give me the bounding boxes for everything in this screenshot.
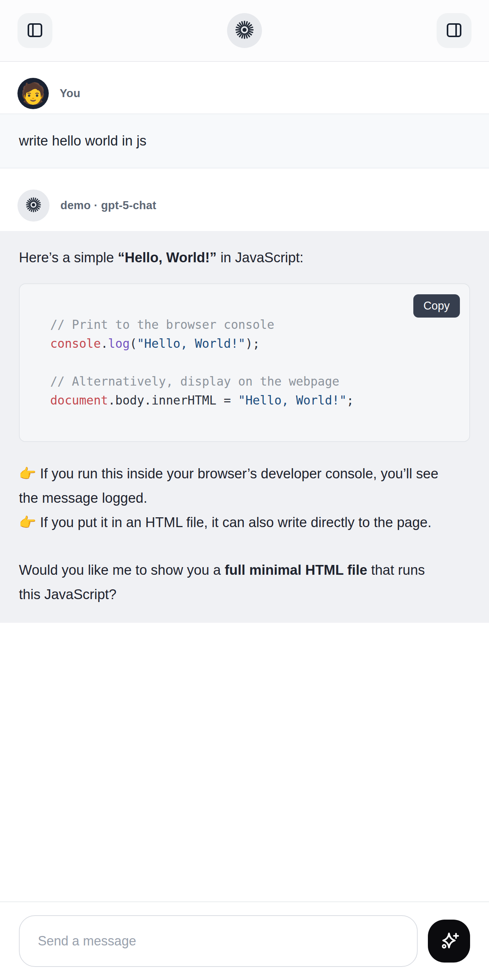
code-content: // Print to the browser consoleconsole.l… xyxy=(50,315,455,410)
assistant-intro-paragraph: Here’s a simple “Hello, World!” in JavaS… xyxy=(19,248,444,267)
code-comment-1: // Print to the browser console xyxy=(50,318,274,332)
assistant-avatar xyxy=(18,189,49,221)
sidebar-toggle-button[interactable] xyxy=(18,13,53,48)
tip-run-console: 👉 If you run this inside your browser’s … xyxy=(19,461,444,511)
top-bar xyxy=(0,0,489,62)
user-author-label: You xyxy=(60,87,80,100)
code-document-token: document xyxy=(50,393,108,407)
intro-text-after: in JavaScript: xyxy=(217,250,303,265)
model-logo-badge xyxy=(227,13,262,48)
code-blank-line xyxy=(50,353,455,372)
person-emoji: 🧑 xyxy=(21,83,46,104)
starburst-logo-icon xyxy=(234,20,255,41)
panel-left-icon xyxy=(26,21,44,40)
tip-html-file: 👉 If you put it in an HTML file, it can … xyxy=(19,511,444,535)
chat-app: 🧑 You write hello world in js demo · gpt… xyxy=(0,0,489,980)
assistant-author-label: demo · gpt-5-chat xyxy=(61,199,156,212)
message-input[interactable] xyxy=(19,915,418,967)
user-avatar: 🧑 xyxy=(18,78,49,109)
code-log-token: log xyxy=(108,336,130,351)
user-message-text: write hello world in js xyxy=(19,133,147,148)
assistant-question-paragraph: Would you like me to show you a full min… xyxy=(19,558,444,607)
user-message-bubble: write hello world in js xyxy=(0,113,489,169)
send-button[interactable] xyxy=(428,920,470,963)
code-block: Copy // Print to the browser consolecons… xyxy=(19,283,470,442)
code-comment-2: // Alternatively, display on the webpage xyxy=(50,374,339,388)
intro-bold-text: “Hello, World!” xyxy=(118,250,217,265)
intro-text: Here’s a simple xyxy=(19,250,118,265)
assistant-tips-paragraph: 👉 If you run this inside your browser’s … xyxy=(19,461,444,535)
code-string-1: "Hello, World!" xyxy=(137,336,245,351)
assistant-message-body: Here’s a simple “Hello, World!” in JavaS… xyxy=(0,231,489,623)
code-console-token: console xyxy=(50,336,101,351)
right-panel-toggle-button[interactable] xyxy=(436,13,471,48)
user-message-header: 🧑 You xyxy=(0,62,489,113)
question-bold-text: full minimal HTML file xyxy=(225,562,367,578)
sparkle-icon xyxy=(437,929,460,953)
assistant-message-header: demo · gpt-5-chat xyxy=(0,169,489,231)
panel-right-icon xyxy=(445,21,463,40)
empty-scroll-area xyxy=(0,623,489,901)
question-text: Would you like me to show you a xyxy=(19,562,225,578)
copy-code-button[interactable]: Copy xyxy=(413,294,460,318)
code-string-2: "Hello, World!" xyxy=(238,393,347,407)
starburst-avatar-icon xyxy=(25,196,42,215)
composer-bar xyxy=(0,901,489,980)
